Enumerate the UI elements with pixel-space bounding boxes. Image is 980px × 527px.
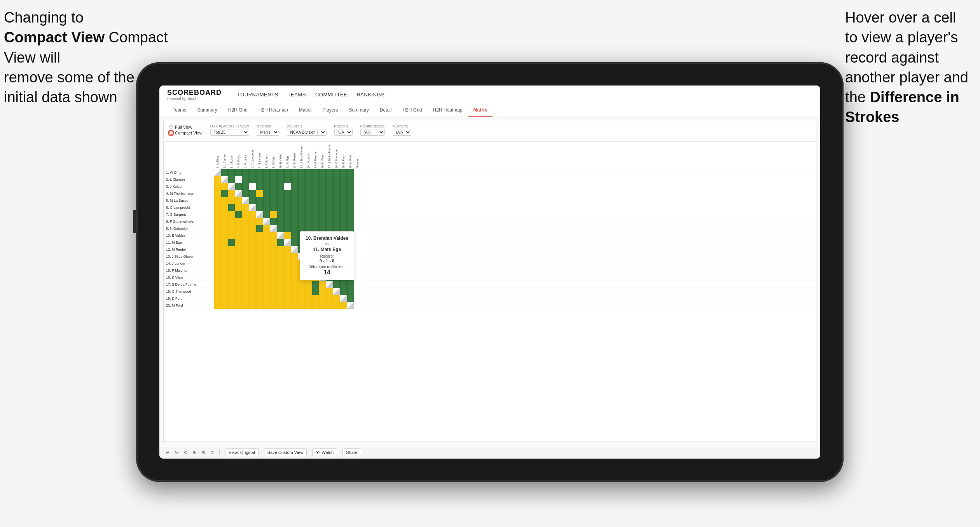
grid-cell-2-14[interactable] — [312, 183, 319, 190]
grid-cell-3-14[interactable] — [312, 190, 319, 197]
grid-cell-16-20[interactable] — [354, 281, 361, 288]
grid-cell-9-1[interactable] — [221, 232, 228, 239]
grid-cell-7-6[interactable] — [256, 218, 263, 225]
grid-cell-19-17[interactable] — [333, 302, 340, 309]
tab-matrix-active[interactable]: Matrix — [468, 104, 493, 117]
grid-cell-9-9[interactable] — [277, 232, 284, 239]
grid-cell-16-12[interactable] — [298, 281, 305, 288]
grid-cell-2-2[interactable] — [228, 183, 235, 190]
grid-cell-18-3[interactable] — [235, 295, 242, 302]
grid-cell-3-3[interactable] — [235, 190, 242, 197]
grid-cell-13-7[interactable] — [263, 260, 270, 267]
grid-cell-2-6[interactable] — [256, 183, 263, 190]
grid-cell-4-10[interactable] — [284, 197, 291, 204]
grid-cell-1-11[interactable] — [291, 176, 298, 183]
grid-cell-17-9[interactable] — [277, 288, 284, 295]
grid-cell-2-15[interactable] — [319, 183, 326, 190]
grid-cell-14-1[interactable] — [221, 267, 228, 274]
grid-cell-15-11[interactable] — [291, 274, 298, 281]
grid-cell-1-15[interactable] — [319, 176, 326, 183]
grid-cell-7-10[interactable] — [284, 218, 291, 225]
grid-cell-18-15[interactable] — [319, 295, 326, 302]
grid-cell-1-10[interactable] — [284, 176, 291, 183]
grid-cell-0-7[interactable] — [263, 169, 270, 176]
grid-cell-8-3[interactable] — [235, 225, 242, 232]
grid-cell-7-12[interactable] — [298, 218, 305, 225]
grid-cell-11-6[interactable] — [256, 246, 263, 253]
grid-cell-13-9[interactable] — [277, 260, 284, 267]
grid-cell-8-7[interactable] — [263, 225, 270, 232]
nav-committee[interactable]: COMMITTEE — [315, 90, 348, 99]
grid-cell-4-6[interactable] — [256, 197, 263, 204]
grid-cell-5-15[interactable] — [319, 204, 326, 211]
grid-cell-5-14[interactable] — [312, 204, 319, 211]
grid-cell-3-20[interactable] — [354, 190, 361, 197]
grid-cell-6-12[interactable] — [298, 211, 305, 218]
grid-cell-14-10[interactable] — [284, 267, 291, 274]
grid-cell-18-17[interactable] — [333, 295, 340, 302]
grid-cell-0-18[interactable] — [340, 169, 347, 176]
grid-cell-17-13[interactable] — [305, 288, 312, 295]
grid-cell-9-0[interactable] — [214, 232, 221, 239]
grid-cell-19-18[interactable] — [340, 302, 347, 309]
grid-cell-19-15[interactable] — [319, 302, 326, 309]
grid-cell-6-4[interactable] — [242, 211, 249, 218]
grid-cell-4-15[interactable] — [319, 197, 326, 204]
undo2-icon[interactable]: ⟲ — [183, 450, 187, 455]
grid-cell-7-1[interactable] — [221, 218, 228, 225]
grid-cell-4-8[interactable] — [270, 197, 277, 204]
grid-cell-4-16[interactable] — [326, 197, 333, 204]
grid-cell-3-11[interactable] — [291, 190, 298, 197]
grid-cell-2-11[interactable] — [291, 183, 298, 190]
share-button[interactable]: Share — [342, 448, 361, 456]
grid-cell-4-11[interactable] — [291, 197, 298, 204]
grid-cell-17-15[interactable] — [319, 288, 326, 295]
grid-cell-14-11[interactable] — [291, 267, 298, 274]
grid-cell-12-9[interactable] — [277, 253, 284, 260]
grid-cell-16-3[interactable] — [235, 281, 242, 288]
grid-cell-18-10[interactable] — [284, 295, 291, 302]
grid-cell-16-4[interactable] — [242, 281, 249, 288]
grid-cell-1-9[interactable] — [277, 176, 284, 183]
grid-cell-4-3[interactable] — [235, 197, 242, 204]
grid-cell-2-8[interactable] — [270, 183, 277, 190]
grid-cell-5-20[interactable] — [354, 204, 361, 211]
grid-cell-7-16[interactable] — [326, 218, 333, 225]
grid-cell-17-0[interactable] — [214, 288, 221, 295]
tab-summary-2[interactable]: Summary — [343, 104, 374, 117]
grid-cell-17-12[interactable] — [298, 288, 305, 295]
grid-cell-1-18[interactable] — [340, 176, 347, 183]
grid-cell-13-1[interactable] — [221, 260, 228, 267]
grid-cell-3-9[interactable] — [277, 190, 284, 197]
grid-cell-13-11[interactable] — [291, 260, 298, 267]
grid-cell-7-18[interactable] — [340, 218, 347, 225]
grid-cell-5-12[interactable] — [298, 204, 305, 211]
zoom-icon[interactable]: ⊕ — [192, 450, 196, 455]
grid-cell-18-11[interactable] — [291, 295, 298, 302]
grid-cell-0-14[interactable] — [312, 169, 319, 176]
grid-cell-4-2[interactable] — [228, 197, 235, 204]
grid-cell-13-6[interactable] — [256, 260, 263, 267]
grid-cell-5-8[interactable] — [270, 204, 277, 211]
compact-view-radio[interactable] — [169, 131, 173, 135]
grid-cell-18-8[interactable] — [270, 295, 277, 302]
grid-cell-12-11[interactable] — [291, 253, 298, 260]
grid-cell-6-9[interactable] — [277, 211, 284, 218]
grid-cell-18-20[interactable] — [354, 295, 361, 302]
grid-cell-15-0[interactable] — [214, 274, 221, 281]
grid-cell-0-19[interactable] — [347, 169, 354, 176]
settings-icon[interactable]: ⊙ — [210, 450, 214, 455]
full-view-option[interactable]: Full View — [169, 125, 203, 129]
grid-cell-1-6[interactable] — [256, 176, 263, 183]
grid-cell-7-14[interactable] — [312, 218, 319, 225]
move-icon[interactable]: ⊞ — [201, 450, 205, 455]
grid-cell-16-0[interactable] — [214, 281, 221, 288]
grid-cell-1-17[interactable] — [333, 176, 340, 183]
grid-cell-14-7[interactable] — [263, 267, 270, 274]
tab-h2h-heatmap-2[interactable]: H2H Heatmap — [427, 104, 468, 117]
grid-cell-12-8[interactable] — [270, 253, 277, 260]
grid-cell-2-18[interactable] — [340, 183, 347, 190]
grid-cell-1-5[interactable] — [249, 176, 256, 183]
grid-cell-1-2[interactable] — [228, 176, 235, 183]
grid-cell-2-20[interactable] — [354, 183, 361, 190]
